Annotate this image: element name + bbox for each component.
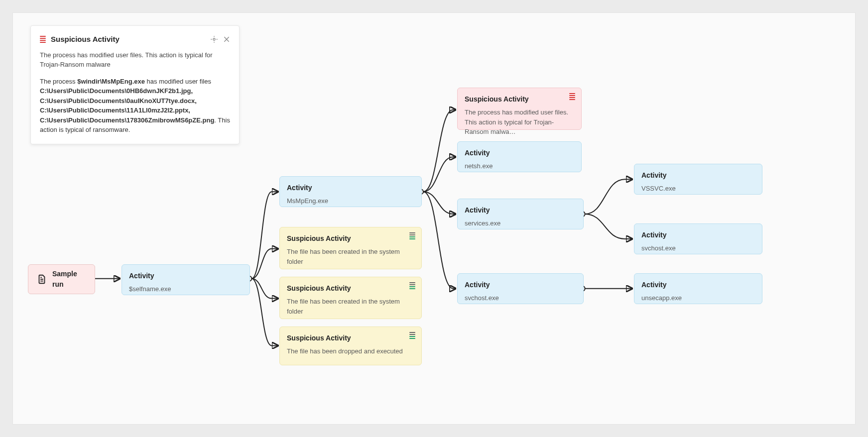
process-tree-canvas[interactable]: Suspicious Activity The process has modi… [12, 12, 856, 425]
node-activity-selfname[interactable]: Activity $selfname.exe [122, 264, 250, 295]
node-title: Suspicious Activity [287, 333, 414, 343]
node-title: Activity [465, 280, 576, 290]
info-panel-title: Suspicious Activity [51, 34, 120, 45]
focus-icon[interactable] [210, 35, 218, 43]
node-subtitle: The file has been created in the system … [287, 297, 414, 316]
node-title: Sample run [52, 269, 87, 290]
node-suspicious-activity-system-folder-2[interactable]: Suspicious Activity The file has been cr… [279, 277, 422, 319]
info-panel-suspicious-activity: Suspicious Activity The process has modi… [30, 25, 240, 144]
sample-icon [36, 274, 47, 285]
flag-icon [409, 282, 415, 289]
close-icon[interactable] [223, 36, 230, 43]
node-activity-unsecapp[interactable]: Activity unsecapp.exe [634, 273, 762, 304]
node-subtitle: The file has been dropped and executed [287, 346, 414, 356]
node-title: Activity [465, 205, 576, 216]
flag-icon [409, 232, 415, 239]
node-subtitle: unsecapp.exe [641, 293, 755, 303]
svg-point-4 [213, 38, 215, 40]
node-subtitle: VSSVC.exe [641, 184, 755, 194]
node-subtitle: services.exe [465, 218, 576, 228]
node-title: Suspicious Activity [287, 283, 414, 294]
flag-icon [569, 93, 575, 100]
info-panel-body: The process $windir\MsMpEng.exe has modi… [40, 77, 230, 135]
node-subtitle: The file has been created in the system … [287, 247, 414, 266]
node-subtitle: svchost.exe [465, 293, 576, 303]
node-subtitle: MsMpEng.exe [287, 196, 414, 206]
node-title: Activity [641, 280, 755, 290]
node-activity-svchost-branch[interactable]: Activity svchost.exe [457, 273, 584, 304]
node-title: Suspicious Activity [287, 233, 414, 244]
node-activity-netsh[interactable]: Activity netsh.exe [457, 141, 582, 172]
flag-icon [40, 36, 46, 43]
node-suspicious-activity-dropped-executed[interactable]: Suspicious Activity The file has been dr… [279, 327, 422, 365]
node-title: Activity [641, 230, 755, 240]
node-activity-services[interactable]: Activity services.exe [457, 199, 584, 229]
node-title: Activity [287, 183, 414, 193]
node-title: Activity [129, 271, 243, 281]
node-sample-run[interactable]: Sample run [28, 264, 95, 294]
node-suspicious-activity-system-folder-1[interactable]: Suspicious Activity The file has been cr… [279, 227, 422, 269]
node-subtitle: $selfname.exe [129, 284, 243, 294]
node-title: Suspicious Activity [465, 94, 574, 105]
node-activity-vssvc[interactable]: Activity VSSVC.exe [634, 164, 762, 195]
flag-icon [409, 332, 415, 339]
node-subtitle: svchost.exe [641, 243, 755, 253]
info-panel-description: The process has modified user files. Thi… [40, 50, 230, 70]
node-suspicious-activity-ransom[interactable]: Suspicious Activity The process has modi… [457, 88, 582, 130]
node-title: Activity [465, 148, 574, 158]
node-subtitle: The process has modified user files. Thi… [465, 108, 574, 137]
node-title: Activity [641, 170, 755, 181]
node-activity-msmpeng[interactable]: Activity MsMpEng.exe [279, 176, 422, 207]
node-activity-svchost[interactable]: Activity svchost.exe [634, 223, 762, 254]
node-subtitle: netsh.exe [465, 161, 574, 171]
